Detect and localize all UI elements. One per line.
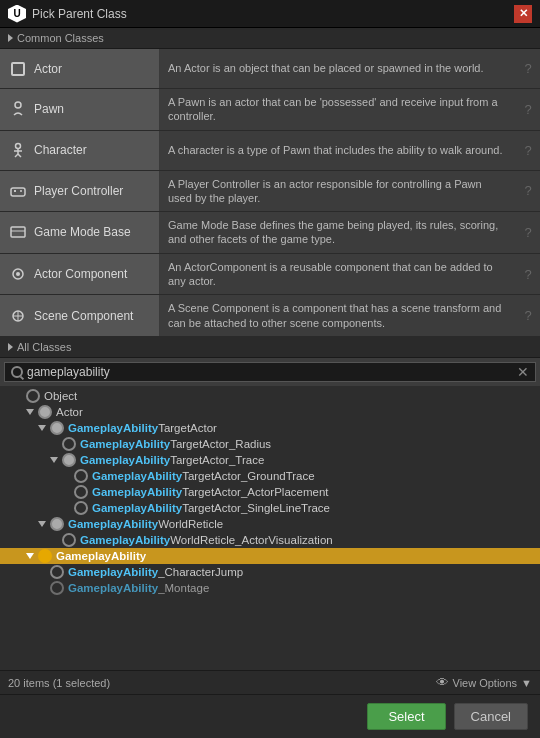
game-mode-base-button[interactable]: Game Mode Base [0, 212, 160, 253]
svg-point-13 [16, 272, 20, 276]
class-row-character: Character A character is a type of Pawn … [0, 131, 540, 171]
tree-label-ga-target-actor: GameplayAbilityTargetActor [66, 422, 217, 434]
tree-item-ga-montage[interactable]: GameplayAbility_Montage [0, 580, 540, 596]
tree-item-actor[interactable]: Actor [0, 404, 540, 420]
pawn-help-icon[interactable]: ? [516, 89, 540, 130]
view-options-arrow-icon: ▼ [521, 677, 532, 689]
tree-item-object[interactable]: Object [0, 388, 540, 404]
view-options-button[interactable]: 👁 View Options ▼ [436, 675, 533, 690]
pawn-button[interactable]: Pawn [0, 89, 160, 130]
scene-component-button[interactable]: Scene Component [0, 295, 160, 336]
tree-node-icon-ga-montage [50, 581, 64, 595]
tree-item-ga-target-actor-radius[interactable]: GameplayAbilityTargetActor_Radius [0, 436, 540, 452]
cancel-button[interactable]: Cancel [454, 703, 528, 730]
all-classes-label: All Classes [17, 341, 71, 353]
scene-component-help-icon[interactable]: ? [516, 295, 540, 336]
tree-label-ga-world-reticle: GameplayAbilityWorldReticle [66, 518, 223, 530]
common-classes-list: Actor An Actor is an object that can be … [0, 49, 540, 337]
class-row-pawn: Pawn A Pawn is an actor that can be 'pos… [0, 89, 540, 131]
actor-help-icon[interactable]: ? [516, 49, 540, 88]
character-label: Character [34, 143, 87, 157]
svg-point-0 [15, 102, 21, 108]
ue-logo: U [8, 5, 26, 23]
title-bar-left: U Pick Parent Class [8, 5, 127, 23]
tree-label-actor: Actor [54, 406, 83, 418]
tree-item-ga-target-actor-groundtrace[interactable]: GameplayAbilityTargetActor_GroundTrace [0, 468, 540, 484]
actor-label: Actor [34, 62, 62, 76]
window-title: Pick Parent Class [32, 7, 127, 21]
main-window: U Pick Parent Class ✕ Common Classes Act… [0, 0, 540, 738]
tree-arrow-gameplay-ability[interactable] [24, 550, 36, 562]
tree-item-ga-world-reticle[interactable]: GameplayAbilityWorldReticle [0, 516, 540, 532]
character-help-icon[interactable]: ? [516, 131, 540, 170]
tree-item-ga-target-actor-trace[interactable]: GameplayAbilityTargetActor_Trace [0, 452, 540, 468]
tree-item-ga-target-actor-actorplacement[interactable]: GameplayAbilityTargetActor_ActorPlacemen… [0, 484, 540, 500]
game-mode-base-help-icon[interactable]: ? [516, 212, 540, 253]
eye-icon: 👁 [436, 675, 449, 690]
select-button[interactable]: Select [367, 703, 445, 730]
tree-node-icon-ga-world-reticle-actorvis [62, 533, 76, 547]
scene-component-icon [8, 306, 28, 326]
game-mode-base-label: Game Mode Base [34, 225, 131, 239]
tree-arrow-ga-target-actor[interactable] [36, 422, 48, 434]
bottom-bar: Select Cancel [0, 694, 540, 738]
character-icon-svg [10, 142, 26, 158]
player-controller-help-icon[interactable]: ? [516, 171, 540, 212]
character-button[interactable]: Character [0, 131, 160, 170]
triangle-icon [8, 34, 13, 42]
all-classes-header: All Classes [0, 337, 540, 358]
close-button[interactable]: ✕ [514, 5, 532, 23]
character-icon [8, 140, 28, 160]
actor-component-icon-svg [10, 266, 26, 282]
title-bar: U Pick Parent Class ✕ [0, 0, 540, 28]
tree-item-ga-target-actor[interactable]: GameplayAbilityTargetActor [0, 420, 540, 436]
actor-component-desc: An ActorComponent is a reusable componen… [160, 254, 516, 295]
pawn-desc: A Pawn is an actor that can be 'possesse… [160, 89, 516, 130]
tree-arrow-actor[interactable] [24, 406, 36, 418]
tree-arrow-ga-world-reticle-actorvis [48, 534, 60, 546]
common-classes-label: Common Classes [17, 32, 104, 44]
search-input[interactable] [27, 365, 513, 379]
tree-label-ga-target-actor-radius: GameplayAbilityTargetActor_Radius [78, 438, 271, 450]
player-controller-button[interactable]: Player Controller [0, 171, 160, 212]
tree-label-ga-target-actor-trace: GameplayAbilityTargetActor_Trace [78, 454, 264, 466]
scene-component-icon-svg [10, 308, 26, 324]
actor-component-help-icon[interactable]: ? [516, 254, 540, 295]
player-controller-label: Player Controller [34, 184, 123, 198]
tree-item-gameplay-ability[interactable]: GameplayAbility [0, 548, 540, 564]
player-controller-desc: A Player Controller is an actor responsi… [160, 171, 516, 212]
actor-component-button[interactable]: Actor Component [0, 254, 160, 295]
search-bar: ✕ [4, 362, 536, 382]
tree-node-icon-ga-target-actor-radius [62, 437, 76, 451]
tree-item-ga-character-jump[interactable]: GameplayAbility_CharacterJump [0, 564, 540, 580]
tree-item-ga-world-reticle-actorvis[interactable]: GameplayAbilityWorldReticle_ActorVisuali… [0, 532, 540, 548]
view-options-label: View Options [453, 677, 518, 689]
tree-arrow-ga-world-reticle[interactable] [36, 518, 48, 530]
tree-node-icon-ga-target-actor-actorplacement [74, 485, 88, 499]
game-mode-icon [8, 222, 28, 242]
tree-node-icon-gameplay-ability [38, 549, 52, 563]
actor-button[interactable]: Actor [0, 49, 160, 88]
clear-search-button[interactable]: ✕ [517, 365, 529, 379]
tree-node-icon-actor [38, 405, 52, 419]
common-classes-header: Common Classes [0, 28, 540, 49]
class-row-actor-component: Actor Component An ActorComponent is a r… [0, 254, 540, 296]
player-controller-icon-svg [10, 183, 26, 199]
tree-arrow-ga-target-actor-actorplacement [60, 486, 72, 498]
tree-arrow-object [12, 390, 24, 402]
tree-item-ga-target-actor-singlelinetrace[interactable]: GameplayAbilityTargetActor_SingleLineTra… [0, 500, 540, 516]
pawn-icon-svg [10, 101, 26, 117]
tree-label-ga-character-jump: GameplayAbility_CharacterJump [66, 566, 243, 578]
actor-icon [8, 59, 28, 79]
class-row-game-mode-base: Game Mode Base Game Mode Base defines th… [0, 212, 540, 254]
tree-node-icon-ga-character-jump [50, 565, 64, 579]
svg-rect-6 [11, 188, 25, 196]
tree-arrow-ga-target-actor-trace[interactable] [48, 454, 60, 466]
tree-label-object: Object [42, 390, 77, 402]
game-mode-icon-svg [10, 224, 26, 240]
svg-point-1 [16, 144, 21, 149]
class-row-actor: Actor An Actor is an object that can be … [0, 49, 540, 89]
actor-component-icon [8, 264, 28, 284]
svg-rect-10 [11, 227, 25, 237]
tree-view[interactable]: Object Actor GameplayAbilityTargetActor [0, 386, 540, 670]
